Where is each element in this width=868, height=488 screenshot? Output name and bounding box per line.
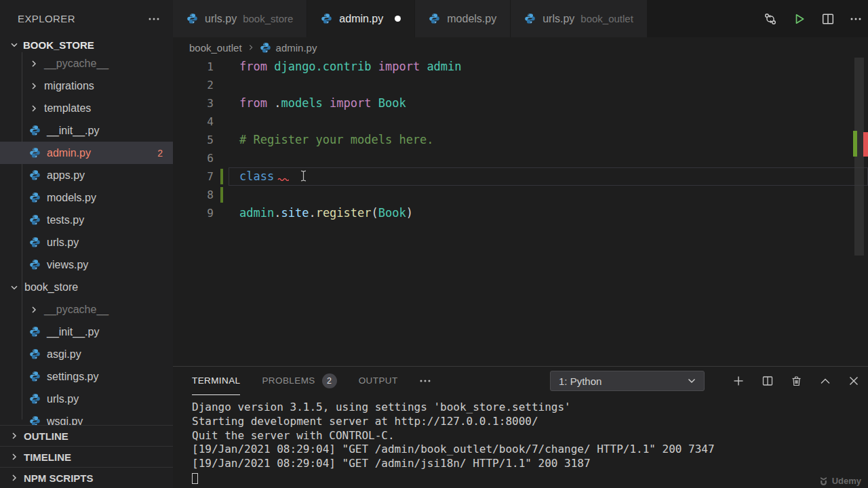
more-actions-icon[interactable] [850, 18, 861, 20]
python-icon [524, 13, 536, 25]
sidebar-item-models-py[interactable]: models.py [0, 186, 173, 209]
chevron-right-icon [30, 82, 41, 90]
chevron-down-icon [10, 283, 21, 291]
sidebar-item-urls-py[interactable]: urls.py [0, 388, 173, 410]
terminal-content[interactable]: Django version 3.1.5, using settings 'bo… [173, 395, 868, 486]
problems-count-badge: 2 [157, 148, 163, 159]
chevron-down-icon [688, 378, 696, 384]
code-line-3[interactable]: 3from .models import Book [173, 94, 868, 113]
sidebar-item-tests-py[interactable]: tests.py [0, 209, 173, 231]
breadcrumb-folder[interactable]: book_outlet [189, 42, 242, 54]
sidebar-item-wsgi-py[interactable]: wsgi.py [0, 410, 173, 426]
panel-tab-problems[interactable]: PROBLEMS2 [262, 367, 336, 395]
sidebar-item-views-py[interactable]: views.py [0, 253, 173, 276]
line-number: 8 [173, 186, 229, 204]
sidebar-item-apps-py[interactable]: apps.py [0, 164, 173, 186]
panel-tab-terminal[interactable]: TERMINAL [192, 367, 240, 395]
python-icon [260, 42, 271, 53]
code-line-2[interactable]: 2 [173, 76, 868, 94]
sidebar-item--init-py[interactable]: __init__.py [0, 119, 173, 142]
sidebar-item-urls-py[interactable]: urls.py [0, 231, 173, 253]
code-line-5[interactable]: 5# Register your models here. [173, 131, 868, 149]
tab-urls-py-book_outlet[interactable]: urls.pybook_outlet [511, 0, 647, 37]
sidebar-section-outline[interactable]: OUTLINE [0, 425, 173, 446]
tab-admin-py[interactable]: admin.py [307, 0, 414, 37]
chevron-right-icon [248, 44, 254, 51]
line-number: 4 [173, 113, 229, 131]
tabs: urls.pybook_storeadmin.pymodels.pyurls.p… [173, 0, 648, 37]
breadcrumb-file[interactable]: admin.py [276, 42, 317, 54]
panel-header: TERMINALPROBLEMS2OUTPUT 1: Python [173, 367, 868, 395]
code-line-8[interactable]: 8 [173, 186, 868, 204]
line-number: 7 [173, 167, 229, 186]
tab-detail: book_store [243, 13, 293, 24]
code-token: site [281, 206, 309, 220]
code-token: from [239, 96, 267, 110]
python-icon [29, 259, 41, 270]
maximize-panel-icon[interactable] [820, 378, 831, 384]
file-label: admin.py [47, 147, 91, 159]
overview-added-mark [853, 131, 857, 157]
modified-dot-icon[interactable] [395, 16, 401, 22]
code-line-1[interactable]: 1from django.contrib import admin [173, 58, 868, 76]
code-line-4[interactable]: 4 [173, 113, 868, 131]
sidebar-item-asgi-py[interactable]: asgi.py [0, 343, 173, 365]
sidebar-item-admin-py[interactable]: admin.py2 [0, 142, 173, 164]
file-label: asgi.py [47, 348, 81, 361]
python-icon [29, 237, 41, 248]
root-folder-label: BOOK_STORE [23, 39, 94, 51]
shell-selector-dropdown[interactable]: 1: Python [550, 371, 705, 391]
problems-badge: 2 [322, 373, 337, 388]
code-line-6[interactable]: 6 [173, 149, 868, 167]
line-number: 9 [173, 204, 229, 222]
code-token: Book [378, 206, 406, 220]
sidebar-item-templates[interactable]: templates [0, 97, 173, 119]
tab-bar: urls.pybook_storeadmin.pymodels.pyurls.p… [173, 0, 868, 37]
file-label: settings.py [47, 371, 98, 383]
close-panel-icon[interactable] [849, 376, 859, 386]
tab-label: models.py [447, 13, 496, 25]
split-terminal-icon[interactable] [762, 375, 773, 386]
tab-models-py[interactable]: models.py [415, 0, 510, 37]
workspace-root-folder[interactable]: BOOK_STORE [0, 37, 173, 52]
code-token: from [239, 60, 267, 73]
editor-scrollbar[interactable] [854, 58, 864, 256]
code-token: register [316, 206, 372, 220]
more-actions-icon[interactable] [149, 18, 159, 20]
python-icon [29, 169, 41, 181]
python-icon [29, 326, 41, 338]
file-label: __init__.py [47, 326, 99, 338]
panel-tabs: TERMINALPROBLEMS2OUTPUT [192, 367, 420, 395]
file-label: __pycache__ [44, 304, 108, 316]
code-token: ) [406, 206, 413, 220]
sidebar-item--pycache-[interactable]: __pycache__ [0, 298, 173, 321]
file-label: apps.py [47, 169, 85, 182]
new-terminal-icon[interactable] [733, 375, 744, 386]
panel-tab-output[interactable]: OUTPUT [359, 367, 398, 395]
line-number: 5 [173, 131, 229, 149]
more-actions-icon[interactable] [420, 380, 431, 382]
sidebar-item-migrations[interactable]: migrations [0, 75, 173, 97]
sidebar-item--init-py[interactable]: __init__.py [0, 321, 173, 343]
kill-terminal-icon[interactable] [791, 375, 802, 386]
sidebar-section-timeline[interactable]: TIMELINE [0, 446, 173, 467]
sidebar-section-npm-scripts[interactable]: NPM SCRIPTS [0, 467, 173, 488]
code-editor[interactable]: 1from django.contrib import admin23from … [173, 58, 868, 366]
sidebar-item-settings-py[interactable]: settings.py [0, 365, 173, 388]
terminal-line: Django version 3.1.5, using settings 'bo… [192, 401, 868, 415]
sidebar-item-book-store[interactable]: book_store [0, 276, 173, 298]
code-line-9[interactable]: 9admin.site.register(Book) [173, 204, 868, 222]
tab-urls-py-book_store[interactable]: urls.pybook_store [173, 0, 307, 37]
code-token: . [309, 206, 315, 220]
split-editor-icon[interactable] [822, 13, 834, 25]
line-number: 2 [173, 76, 229, 94]
udemy-watermark: Udemy [818, 476, 861, 486]
chevron-right-icon [30, 60, 41, 68]
run-python-file-icon[interactable] [793, 13, 806, 25]
code-line-7[interactable]: 7class [173, 167, 868, 186]
file-label: urls.py [47, 393, 79, 405]
open-changes-icon[interactable] [764, 12, 777, 26]
file-label: __init__.py [47, 125, 99, 137]
sidebar-item--pycache-[interactable]: __pycache__ [0, 52, 173, 75]
explorer-title: EXPLORER [18, 13, 75, 24]
